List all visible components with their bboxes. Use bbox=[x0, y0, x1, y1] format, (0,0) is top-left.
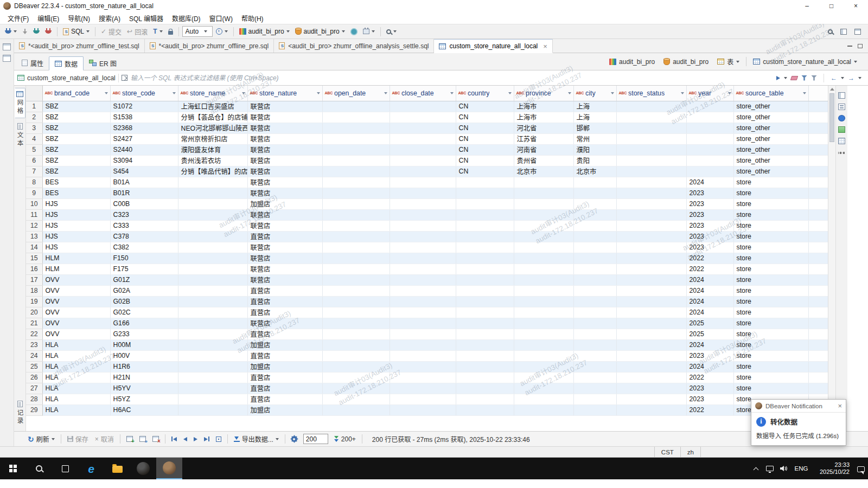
grid-cell[interactable]: 联营店 bbox=[247, 242, 322, 253]
grid-cell[interactable]: 2024 bbox=[686, 274, 733, 285]
grid-cell[interactable] bbox=[514, 372, 573, 383]
column-dropdown-icon[interactable] bbox=[384, 92, 387, 94]
open-sql-script-button[interactable] bbox=[20, 25, 30, 37]
grid-cell[interactable]: HJS bbox=[42, 231, 110, 242]
grid-cell[interactable] bbox=[616, 112, 686, 123]
row-number[interactable]: 3 bbox=[26, 123, 42, 133]
tab-data[interactable]: 数据 bbox=[49, 56, 84, 70]
grid-cell[interactable] bbox=[322, 318, 390, 329]
grid-cell[interactable]: OVV bbox=[42, 274, 110, 285]
row-number[interactable]: 16 bbox=[26, 264, 42, 274]
grid-cell[interactable]: S2368 bbox=[110, 123, 178, 133]
grid-cell[interactable]: store bbox=[733, 253, 808, 264]
grid-cell[interactable] bbox=[390, 155, 456, 166]
grid-cell[interactable] bbox=[322, 264, 390, 274]
view-tab-text[interactable]: 文本 bbox=[15, 120, 25, 150]
dropdown-icon[interactable] bbox=[204, 30, 207, 33]
grid-cell[interactable] bbox=[456, 274, 514, 285]
column-header-close_date[interactable]: ABCclose_date bbox=[390, 86, 456, 101]
table-row[interactable]: 26HLAH21N直营店2022store bbox=[26, 372, 828, 383]
grid-cell[interactable]: S3094 bbox=[110, 155, 178, 166]
grid-cell[interactable] bbox=[616, 350, 686, 361]
grid-cell[interactable] bbox=[616, 296, 686, 307]
column-header-open_date[interactable]: ABCopen_date bbox=[322, 86, 390, 101]
app-taskbar-button[interactable] bbox=[130, 458, 156, 479]
table-row[interactable]: 6SBZS3094贵州浅若衣坊联营店CN贵州省贵阳store_other bbox=[26, 155, 828, 166]
grid-cell[interactable] bbox=[178, 198, 247, 209]
dropdown-icon[interactable] bbox=[736, 61, 739, 63]
grid-cell[interactable] bbox=[514, 242, 573, 253]
grid-cell[interactable]: 联营店 bbox=[247, 264, 322, 274]
grid-cell[interactable] bbox=[616, 133, 686, 144]
value-panel-icon[interactable] bbox=[838, 115, 845, 121]
table-row[interactable]: 1SBZS1072上海虹口吉买盛店联营店CN上海市上海store_other bbox=[26, 101, 828, 112]
grid-cell[interactable]: SBZ bbox=[42, 101, 110, 112]
grid-cell[interactable]: H6AC bbox=[110, 404, 178, 415]
table-row[interactable]: 25HLAH1R6加盟店2024store bbox=[26, 361, 828, 372]
grid-cell[interactable] bbox=[616, 144, 686, 155]
row-number[interactable]: 2 bbox=[26, 112, 42, 123]
grid-cell[interactable] bbox=[616, 188, 686, 198]
grid-cell[interactable] bbox=[322, 133, 390, 144]
grid-cell[interactable]: store bbox=[733, 318, 808, 329]
column-header-store_name[interactable]: ABCstore_name bbox=[178, 86, 247, 101]
row-number[interactable]: 28 bbox=[26, 394, 42, 404]
grid-cell[interactable] bbox=[686, 166, 733, 177]
menu-item[interactable]: 窗口(W) bbox=[205, 14, 237, 23]
first-row-button[interactable] bbox=[169, 433, 180, 445]
grid-cell[interactable] bbox=[573, 188, 616, 198]
grid-cell[interactable] bbox=[514, 318, 573, 329]
grid-cell[interactable] bbox=[514, 274, 573, 285]
grid-cell[interactable]: store bbox=[733, 383, 808, 394]
grid-cell[interactable] bbox=[616, 242, 686, 253]
grid-cell[interactable]: G01Z bbox=[110, 274, 178, 285]
history-forward-icon[interactable]: → bbox=[848, 75, 854, 81]
grid-cell[interactable] bbox=[390, 101, 456, 112]
grid-cell[interactable]: 直营店 bbox=[247, 307, 322, 318]
grid-cell[interactable] bbox=[456, 188, 514, 198]
table-row[interactable]: 7SBZS454分销【唯品代销】的店铺联营店CN北京市北京市store_othe… bbox=[26, 166, 828, 177]
view-tab-record[interactable]: 记录 bbox=[15, 398, 25, 428]
grid-cell[interactable]: store bbox=[733, 188, 808, 198]
row-number[interactable]: 20 bbox=[26, 307, 42, 318]
grid-cell[interactable] bbox=[616, 155, 686, 166]
grid-cell[interactable]: 直营店 bbox=[247, 394, 322, 404]
grid-cell[interactable] bbox=[456, 372, 514, 383]
grid-cell[interactable]: store_other bbox=[733, 155, 808, 166]
grid-cell[interactable] bbox=[178, 220, 247, 231]
menu-item[interactable]: SQL 编辑器 bbox=[125, 14, 168, 23]
grid-cell[interactable] bbox=[322, 177, 390, 188]
save-button[interactable]: 保存 bbox=[65, 433, 91, 445]
grid-cell[interactable]: HLA bbox=[42, 404, 110, 415]
settings-button[interactable] bbox=[289, 433, 300, 445]
grid-cell[interactable] bbox=[322, 372, 390, 383]
grid-cell[interactable] bbox=[322, 394, 390, 404]
grid-cell[interactable] bbox=[573, 329, 616, 339]
grid-cell[interactable]: store bbox=[733, 350, 808, 361]
grid-cell[interactable] bbox=[616, 231, 686, 242]
grid-cell[interactable] bbox=[573, 350, 616, 361]
grid-cell[interactable] bbox=[322, 242, 390, 253]
grid-cell[interactable]: 2025 bbox=[686, 329, 733, 339]
grid-cell[interactable] bbox=[456, 264, 514, 274]
editor-tab[interactable]: <audit_bi_pro> zhumr_offline_analysis_se… bbox=[274, 39, 434, 53]
filter-input[interactable] bbox=[127, 73, 776, 84]
grid-cell[interactable]: store bbox=[733, 242, 808, 253]
grid-cell[interactable] bbox=[322, 274, 390, 285]
grid-cell[interactable]: HLA bbox=[42, 350, 110, 361]
grid-cell[interactable] bbox=[514, 296, 573, 307]
grid-cell[interactable]: 2023 bbox=[686, 242, 733, 253]
table-row[interactable]: 10HJSC00B加盟店2023store bbox=[26, 198, 828, 209]
grid-cell[interactable] bbox=[390, 285, 456, 296]
grid-cell[interactable] bbox=[178, 404, 247, 415]
table-row[interactable]: 16HLMF175联营店2022store bbox=[26, 264, 828, 274]
minimize-view-icon[interactable] bbox=[847, 46, 852, 47]
grid-cell[interactable] bbox=[322, 329, 390, 339]
grid-cell[interactable] bbox=[514, 253, 573, 264]
grid-cell[interactable] bbox=[573, 177, 616, 188]
editor-layout-button[interactable] bbox=[852, 25, 863, 37]
grid-cell[interactable]: 联营店 bbox=[247, 133, 322, 144]
grid-cell[interactable]: 2023 bbox=[686, 394, 733, 404]
grid-cell[interactable] bbox=[390, 242, 456, 253]
grid-cell[interactable] bbox=[322, 361, 390, 372]
